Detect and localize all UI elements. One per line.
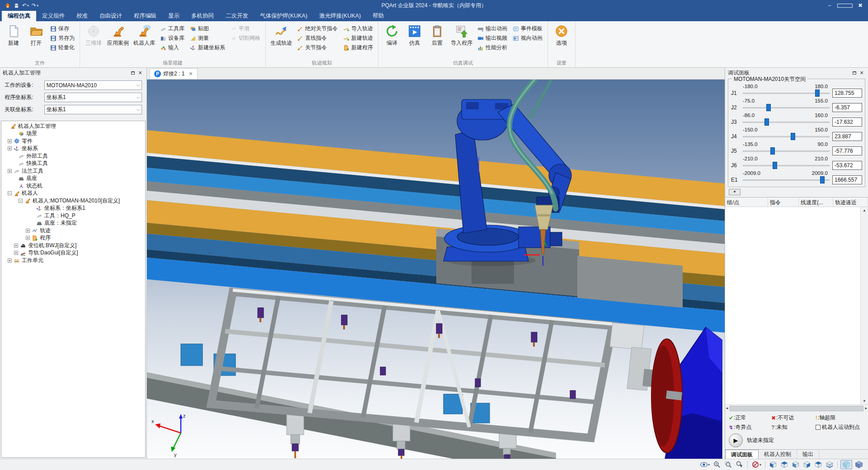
import-button[interactable]: 输入 (157, 43, 187, 52)
j3-slider-thumb[interactable] (764, 118, 769, 126)
j1-value-input[interactable]: 128.755 (832, 89, 862, 98)
tab-output[interactable]: 输出 (797, 450, 819, 459)
view-animation-button[interactable]: 视向动画 (510, 33, 545, 43)
float-panel-icon[interactable] (129, 70, 137, 75)
close-button[interactable]: ✖ (853, 0, 868, 11)
open-button[interactable]: 打开 (25, 23, 47, 60)
document-tab-welding2[interactable]: P 焊接2 : 1 ✕ (150, 68, 198, 79)
zoom-selected-icon[interactable] (735, 460, 745, 469)
undo-button[interactable]: ↶▾ (22, 2, 29, 9)
save-button[interactable]: 保存 (47, 24, 77, 33)
tab-program-edit[interactable]: 程序编辑 (128, 11, 162, 21)
abs-joint-cmd-button[interactable]: 绝对关节指令 (294, 24, 340, 33)
close-panel-icon[interactable]: ✕ (858, 70, 865, 76)
save-quick-button[interactable] (14, 3, 19, 9)
tree-item-positioner[interactable]: +变位机:BWJ[自定义] (1, 242, 145, 249)
expand-icon[interactable]: + (14, 244, 18, 248)
minimize-button[interactable]: – (822, 0, 837, 11)
display-mode-off-icon[interactable]: ▾ (750, 460, 762, 469)
tree-item-coords[interactable]: +坐标系 (1, 145, 145, 153)
expand-icon[interactable]: + (26, 236, 30, 240)
zoom-window-icon[interactable] (723, 460, 733, 469)
tab-laser-welding-kuka[interactable]: 激光焊接(KUKA) (313, 11, 367, 21)
table-horizontal-scrollbar[interactable]: ◄ ► (725, 404, 868, 412)
new-program-button[interactable]: 新建程序 (340, 43, 376, 52)
e1-slider-thumb[interactable] (820, 176, 825, 183)
e1-slider[interactable] (743, 176, 830, 184)
tree-item-rail[interactable]: +导轨:DaoGui[自定义] (1, 249, 145, 257)
table-vertical-scrollbar[interactable]: ▲ ▼ (860, 207, 868, 404)
tab-secondary-dev[interactable]: 二次开发 (220, 11, 254, 21)
j5-value-input[interactable]: -57.776 (832, 146, 862, 155)
scroll-right-icon[interactable]: ► (864, 405, 868, 412)
measure-button[interactable]: 测量 (187, 33, 228, 43)
new-button[interactable]: 新建 (2, 23, 25, 60)
column-header-approach[interactable]: 轨迹逼近 (833, 197, 868, 207)
robot-library-button[interactable]: 机器人库 (131, 23, 157, 60)
expand-more-joints-button[interactable]: ▼ (729, 189, 741, 195)
new-coord-button[interactable]: 新建坐标系 (187, 43, 228, 52)
tab-display[interactable]: 显示 (162, 11, 185, 21)
tree-item-robot-coord[interactable]: 坐标系：坐标系1 (1, 205, 145, 212)
tree-item-state-machine[interactable]: 状态机 (1, 182, 145, 190)
view-left-icon[interactable] (791, 460, 801, 469)
texture-button[interactable]: 贴图 (187, 24, 228, 33)
j4-slider[interactable] (743, 132, 830, 141)
column-header-command[interactable]: 指令 (768, 197, 799, 207)
tab-programming-sim[interactable]: 编程仿真 (2, 11, 36, 21)
view-right-icon[interactable] (802, 460, 812, 469)
tree-item-external-tools[interactable]: 外部工具 (1, 152, 145, 160)
tree-item-flange-tools[interactable]: +法兰工具 (1, 167, 145, 175)
save-as-button[interactable]: 另存为 (47, 33, 77, 43)
j2-slider-thumb[interactable] (766, 104, 771, 111)
zoom-in-icon[interactable] (712, 460, 722, 469)
tree-item-quick-tools[interactable]: 快换工具 (1, 160, 145, 168)
expand-icon[interactable]: + (26, 229, 30, 233)
j6-slider-thumb[interactable] (773, 162, 777, 169)
close-panel-icon[interactable]: ✕ (137, 70, 144, 76)
3d-ball-button[interactable]: 三维球 (82, 23, 105, 60)
scroll-down-icon[interactable]: ▼ (863, 398, 866, 404)
program-coord-select[interactable]: 坐标系1⌵ (44, 93, 142, 102)
smooth-button[interactable]: 平滑 (228, 24, 263, 33)
app-cases-button[interactable]: 应用案例 (105, 23, 131, 60)
import-program-button[interactable]: 导入程序 (448, 23, 475, 60)
j5-slider[interactable] (743, 147, 830, 155)
tree-item-workcell[interactable]: +工作单元 (1, 257, 145, 264)
undo-dropdown-icon[interactable]: ▾ (27, 4, 29, 8)
checkbox-icon[interactable] (816, 425, 821, 430)
tab-define-component[interactable]: 定义组件 (36, 11, 71, 21)
linked-coord-select[interactable]: 坐标系1⌵ (44, 105, 142, 114)
tree-item-robot-tool[interactable]: 工具：HQ_P (1, 212, 145, 220)
tab-free-design[interactable]: 自由设计 (94, 11, 128, 21)
performance-analysis-button[interactable]: 性能分析 (475, 43, 510, 52)
export-video-button[interactable]: 输出视频 (475, 33, 510, 43)
expand-icon[interactable]: + (8, 139, 12, 143)
column-header-linear-speed[interactable]: 线速度(... (799, 197, 833, 207)
j1-slider[interactable] (743, 89, 830, 97)
tree-item-scene[interactable]: 场景 (1, 130, 145, 138)
tab-gas-welding-kuka[interactable]: 气体保护焊(KUKA) (254, 11, 313, 21)
expand-icon[interactable]: + (8, 146, 12, 150)
view-back-icon[interactable] (779, 460, 789, 469)
scroll-up-icon[interactable]: ▲ (863, 207, 866, 214)
tab-robot-control[interactable]: 机器人控制 (759, 450, 797, 459)
j3-slider[interactable] (743, 118, 830, 126)
tree-item-base[interactable]: 底座 (1, 175, 145, 183)
expand-icon[interactable]: + (8, 258, 12, 263)
compile-button[interactable]: 编译 (381, 23, 403, 60)
tree-item-robot-base[interactable]: 底座：未指定 (1, 220, 145, 227)
maximize-button[interactable] (837, 0, 853, 11)
tree-item-robot-ma2010[interactable]: −机器人:MOTOMAN-MA2010[自定义] (1, 197, 145, 205)
scrollbar-thumb[interactable] (730, 406, 863, 411)
generate-trajectory-button[interactable]: 生成轨迹 (268, 23, 294, 60)
export-animation-button[interactable]: 输出动画 (475, 24, 510, 33)
tab-debug-panel[interactable]: 调试面板 (725, 450, 759, 459)
j2-slider[interactable] (743, 103, 830, 112)
tree-item-root[interactable]: 机器人加工管理 (1, 122, 145, 130)
collapse-icon[interactable]: − (8, 191, 12, 195)
new-trajectory-button[interactable]: 新建轨迹 (340, 33, 376, 43)
close-tab-icon[interactable]: ✕ (189, 71, 193, 77)
move-robot-to-point-checkbox[interactable]: 机器人运动到点 (816, 423, 860, 431)
import-trajectory-button[interactable]: 导入轨迹 (340, 24, 376, 33)
